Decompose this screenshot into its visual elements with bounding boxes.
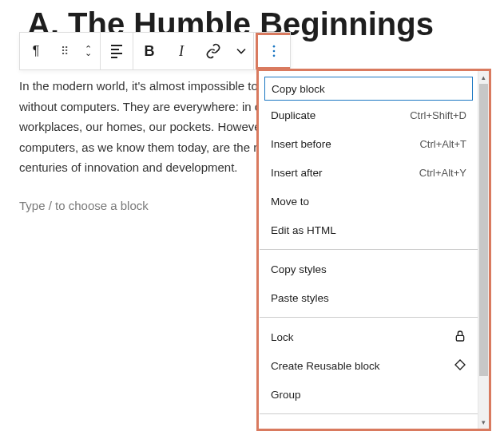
menu-insert-after[interactable]: Insert after Ctrl+Alt+Y — [260, 158, 478, 187]
shortcut-text: Ctrl+Alt+Y — [419, 167, 466, 179]
options-highlight-box — [256, 33, 290, 69]
more-rich-text-button[interactable] — [229, 33, 253, 69]
menu-separator — [260, 413, 478, 414]
scroll-thumb[interactable] — [479, 84, 488, 376]
menu-insert-before[interactable]: Insert before Ctrl+Alt+T — [260, 129, 478, 158]
menu-edit-html[interactable]: Edit as HTML — [260, 216, 478, 244]
reusable-icon — [454, 358, 466, 374]
italic-button[interactable]: I — [165, 33, 197, 69]
svg-point-2 — [273, 55, 276, 57]
scroll-up-icon[interactable]: ▴ — [478, 71, 489, 84]
shortcut-text: Shift+Alt+Z — [415, 428, 466, 429]
align-button[interactable] — [101, 33, 133, 69]
paragraph-icon[interactable]: ¶ — [20, 33, 52, 69]
menu-group[interactable]: Group — [260, 380, 478, 409]
svg-point-1 — [273, 50, 276, 53]
lock-icon — [454, 330, 466, 345]
menu-copy-block[interactable]: Copy block — [264, 77, 473, 101]
menu-lock[interactable]: Lock — [260, 322, 478, 351]
menu-duplicate[interactable]: Duplicate Ctrl+Shift+D — [260, 101, 478, 129]
drag-handle-icon[interactable]: ⠿ — [52, 33, 76, 69]
menu-paste-styles[interactable]: Paste styles — [260, 283, 478, 312]
menu-scrollbar[interactable]: ▴ ▾ — [478, 71, 489, 429]
menu-separator — [260, 249, 478, 250]
svg-rect-3 — [456, 335, 463, 341]
bold-button[interactable]: B — [133, 33, 165, 69]
svg-point-0 — [273, 45, 276, 48]
scroll-track[interactable] — [478, 84, 489, 416]
shortcut-text: Ctrl+Alt+T — [419, 138, 466, 150]
options-button[interactable] — [258, 33, 290, 69]
shortcut-text: Ctrl+Shift+D — [410, 109, 466, 121]
block-toolbar: ¶ ⠿ ⌃⌄ B I — [19, 32, 291, 70]
link-button[interactable] — [197, 33, 229, 69]
move-arrows-icon[interactable]: ⌃⌄ — [76, 33, 100, 69]
menu-separator — [260, 317, 478, 318]
menu-create-reusable[interactable]: Create Reusable block — [260, 351, 478, 380]
menu-copy-styles[interactable]: Copy styles — [260, 255, 478, 283]
options-dropdown: Copy block Duplicate Ctrl+Shift+D Insert… — [260, 71, 478, 429]
options-menu-highlight: Copy block Duplicate Ctrl+Shift+D Insert… — [256, 69, 491, 431]
menu-move-to[interactable]: Move to — [260, 187, 478, 216]
scroll-down-icon[interactable]: ▾ — [478, 416, 489, 429]
menu-remove-paragraph[interactable]: Remove Paragraph Shift+Alt+Z — [260, 419, 478, 429]
